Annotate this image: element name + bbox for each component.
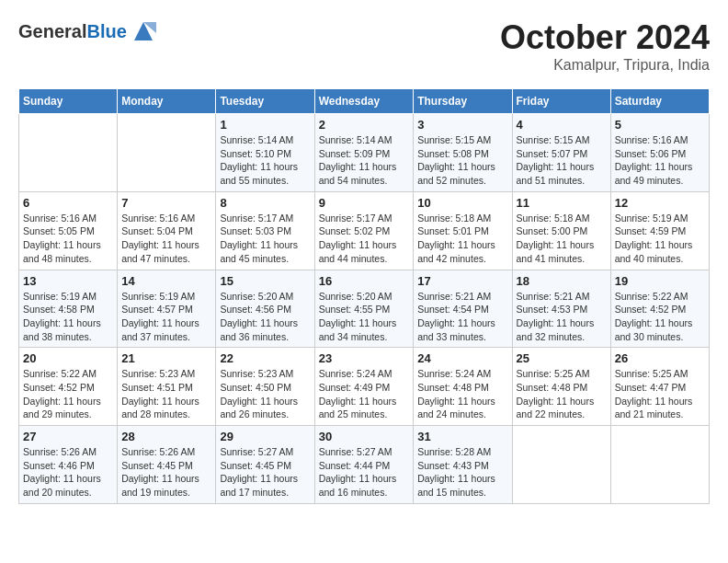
calendar-cell: 8Sunrise: 5:17 AMSunset: 5:03 PMDaylight… [216,191,314,270]
day-info: Sunrise: 5:22 AMSunset: 4:52 PMDaylight:… [615,290,705,344]
day-number: 22 [220,351,310,365]
calendar-cell: 17Sunrise: 5:21 AMSunset: 4:54 PMDayligh… [414,270,512,348]
logo: GeneralBlue [18,18,156,44]
day-info: Sunrise: 5:19 AMSunset: 4:57 PMDaylight:… [121,290,211,344]
calendar-cell: 29Sunrise: 5:27 AMSunset: 4:45 PMDayligh… [216,426,314,504]
day-number: 24 [417,351,507,365]
title-block: October 2024 Kamalpur, Tripura, India [500,18,710,74]
day-info: Sunrise: 5:21 AMSunset: 4:53 PMDaylight:… [517,290,607,344]
day-number: 21 [121,351,211,365]
day-info: Sunrise: 5:15 AMSunset: 5:08 PMDaylight:… [417,133,507,188]
day-number: 17 [417,274,507,288]
day-info: Sunrise: 5:27 AMSunset: 4:45 PMDaylight:… [220,445,310,500]
calendar-cell: 3Sunrise: 5:15 AMSunset: 5:08 PMDaylight… [414,114,512,192]
day-info: Sunrise: 5:24 AMSunset: 4:49 PMDaylight:… [319,367,410,421]
calendar-cell: 5Sunrise: 5:16 AMSunset: 5:06 PMDaylight… [610,114,709,192]
day-number: 25 [517,351,607,365]
day-info: Sunrise: 5:23 AMSunset: 4:50 PMDaylight:… [220,367,310,421]
day-number: 7 [121,196,211,210]
day-info: Sunrise: 5:19 AMSunset: 4:58 PMDaylight:… [23,290,113,344]
day-number: 1 [220,118,310,132]
day-number: 28 [121,430,211,443]
calendar-cell: 26Sunrise: 5:25 AMSunset: 4:47 PMDayligh… [610,348,709,426]
day-number: 27 [23,430,113,443]
logo-blue: Blue [86,21,126,41]
col-header-thursday: Thursday [414,89,512,114]
calendar-cell: 23Sunrise: 5:24 AMSunset: 4:49 PMDayligh… [314,348,414,426]
day-info: Sunrise: 5:18 AMSunset: 5:00 PMDaylight:… [517,212,607,266]
calendar-cell: 9Sunrise: 5:17 AMSunset: 5:02 PMDaylight… [314,191,414,270]
calendar-table: SundayMondayTuesdayWednesdayThursdayFrid… [18,88,710,504]
day-info: Sunrise: 5:17 AMSunset: 5:03 PMDaylight:… [220,212,310,266]
day-number: 23 [319,351,410,365]
day-number: 8 [220,196,310,210]
day-number: 9 [319,196,410,210]
calendar-cell [19,114,118,192]
logo-icon [131,18,156,44]
day-info: Sunrise: 5:14 AMSunset: 5:10 PMDaylight:… [220,133,310,188]
calendar-cell: 11Sunrise: 5:18 AMSunset: 5:00 PMDayligh… [512,191,610,270]
calendar-cell: 25Sunrise: 5:25 AMSunset: 4:48 PMDayligh… [512,348,610,426]
day-info: Sunrise: 5:16 AMSunset: 5:04 PMDaylight:… [121,212,211,266]
day-info: Sunrise: 5:25 AMSunset: 4:47 PMDaylight:… [615,367,705,421]
col-header-wednesday: Wednesday [314,89,414,114]
calendar-cell: 15Sunrise: 5:20 AMSunset: 4:56 PMDayligh… [216,270,314,348]
calendar-cell: 13Sunrise: 5:19 AMSunset: 4:58 PMDayligh… [19,270,118,348]
day-info: Sunrise: 5:16 AMSunset: 5:06 PMDaylight:… [615,133,705,188]
day-number: 6 [23,196,113,210]
day-info: Sunrise: 5:17 AMSunset: 5:02 PMDaylight:… [319,212,410,266]
day-number: 20 [23,351,113,365]
calendar-cell [512,426,610,504]
day-number: 18 [517,274,607,288]
calendar-cell: 2Sunrise: 5:14 AMSunset: 5:09 PMDaylight… [314,114,414,192]
day-number: 15 [220,274,310,288]
day-number: 5 [615,118,705,132]
calendar-cell: 31Sunrise: 5:28 AMSunset: 4:43 PMDayligh… [414,426,512,504]
day-number: 2 [319,118,410,132]
calendar-cell: 1Sunrise: 5:14 AMSunset: 5:10 PMDaylight… [216,114,314,192]
col-header-friday: Friday [512,89,610,114]
day-number: 26 [615,351,705,365]
col-header-tuesday: Tuesday [216,89,314,114]
day-number: 4 [517,118,607,132]
day-number: 12 [615,196,705,210]
day-number: 14 [121,274,211,288]
day-info: Sunrise: 5:22 AMSunset: 4:52 PMDaylight:… [23,367,113,421]
day-info: Sunrise: 5:21 AMSunset: 4:54 PMDaylight:… [417,290,507,344]
day-info: Sunrise: 5:20 AMSunset: 4:55 PMDaylight:… [319,290,410,344]
day-number: 30 [319,430,410,443]
calendar-cell: 14Sunrise: 5:19 AMSunset: 4:57 PMDayligh… [118,270,216,348]
day-info: Sunrise: 5:28 AMSunset: 4:43 PMDaylight:… [417,445,507,500]
day-number: 16 [319,274,410,288]
day-info: Sunrise: 5:26 AMSunset: 4:46 PMDaylight:… [23,445,113,500]
calendar-cell: 22Sunrise: 5:23 AMSunset: 4:50 PMDayligh… [216,348,314,426]
day-number: 3 [417,118,507,132]
col-header-saturday: Saturday [610,89,709,114]
calendar-cell: 19Sunrise: 5:22 AMSunset: 4:52 PMDayligh… [610,270,709,348]
day-info: Sunrise: 5:27 AMSunset: 4:44 PMDaylight:… [319,445,410,500]
col-header-sunday: Sunday [19,89,118,114]
calendar-cell: 20Sunrise: 5:22 AMSunset: 4:52 PMDayligh… [19,348,118,426]
calendar-cell: 4Sunrise: 5:15 AMSunset: 5:07 PMDaylight… [512,114,610,192]
day-info: Sunrise: 5:23 AMSunset: 4:51 PMDaylight:… [121,367,211,421]
day-info: Sunrise: 5:19 AMSunset: 4:59 PMDaylight:… [615,212,705,266]
calendar-cell: 7Sunrise: 5:16 AMSunset: 5:04 PMDaylight… [118,191,216,270]
day-number: 11 [517,196,607,210]
calendar-cell: 6Sunrise: 5:16 AMSunset: 5:05 PMDaylight… [19,191,118,270]
calendar-cell: 30Sunrise: 5:27 AMSunset: 4:44 PMDayligh… [314,426,414,504]
page-title: October 2024 [500,18,710,57]
logo-general: General [18,21,86,41]
calendar-cell: 24Sunrise: 5:24 AMSunset: 4:48 PMDayligh… [414,348,512,426]
calendar-cell: 27Sunrise: 5:26 AMSunset: 4:46 PMDayligh… [19,426,118,504]
calendar-cell: 21Sunrise: 5:23 AMSunset: 4:51 PMDayligh… [118,348,216,426]
calendar-cell: 18Sunrise: 5:21 AMSunset: 4:53 PMDayligh… [512,270,610,348]
day-info: Sunrise: 5:15 AMSunset: 5:07 PMDaylight:… [517,133,607,188]
calendar-cell: 10Sunrise: 5:18 AMSunset: 5:01 PMDayligh… [414,191,512,270]
day-info: Sunrise: 5:25 AMSunset: 4:48 PMDaylight:… [517,367,607,421]
page-subtitle: Kamalpur, Tripura, India [500,57,710,74]
calendar-cell: 16Sunrise: 5:20 AMSunset: 4:55 PMDayligh… [314,270,414,348]
day-info: Sunrise: 5:26 AMSunset: 4:45 PMDaylight:… [121,445,211,500]
day-info: Sunrise: 5:20 AMSunset: 4:56 PMDaylight:… [220,290,310,344]
day-info: Sunrise: 5:14 AMSunset: 5:09 PMDaylight:… [319,133,410,188]
day-number: 10 [417,196,507,210]
